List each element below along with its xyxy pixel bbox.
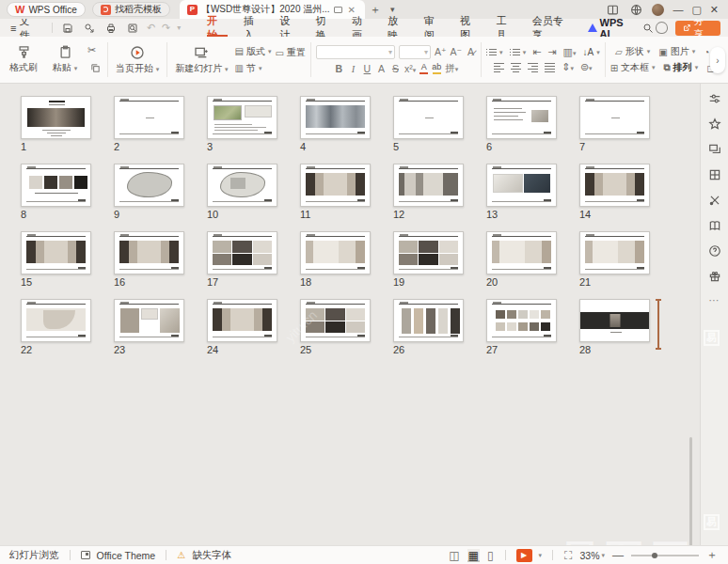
file-menu-button[interactable]: ≡ 文件 [0, 19, 48, 37]
slide-thumbnail-18[interactable] [300, 231, 371, 274]
undo-icon[interactable]: ↶ [147, 22, 155, 34]
wps-home-button[interactable]: W WPS Office [7, 2, 86, 17]
print-icon[interactable] [103, 21, 119, 36]
decrease-font-icon[interactable]: A⁻ [451, 46, 463, 57]
paste-button[interactable]: 粘贴 ▾ [46, 39, 84, 81]
layout-button[interactable]: ▤版式▾ [235, 45, 272, 58]
ribbon-expand-chevron-icon[interactable]: › [710, 47, 725, 73]
activity-gift-icon[interactable] [707, 269, 722, 284]
slideshow-play-button[interactable]: ▶ [516, 549, 532, 562]
user-avatar[interactable] [652, 4, 664, 16]
slide-thumbnail-15[interactable] [21, 231, 91, 274]
justify-icon[interactable] [545, 63, 555, 72]
slide-thumbnail-4[interactable] [300, 96, 371, 139]
slide-thumbnail-14[interactable] [579, 164, 650, 207]
zoom-in-icon[interactable]: ＋ [705, 547, 719, 563]
align-right-icon[interactable] [528, 63, 538, 72]
font-color-button[interactable]: A [419, 63, 428, 74]
menu-tab-放映[interactable]: 放映 [380, 19, 415, 37]
italic-button[interactable]: I [348, 63, 358, 74]
reset-button[interactable]: ▭重置 [276, 46, 306, 59]
slide-thumbnail-11[interactable] [300, 164, 371, 207]
split-view-icon[interactable] [605, 2, 620, 17]
phonetic-guide-button[interactable]: 拼▾ [445, 62, 458, 75]
export-pdf-icon[interactable] [82, 21, 97, 36]
highlight-color-button[interactable]: ab [432, 63, 441, 74]
increase-font-icon[interactable]: A⁺ [435, 46, 447, 57]
vertical-scrollbar[interactable] [689, 437, 692, 545]
menu-tab-切换[interactable]: 切换 [309, 19, 343, 37]
slide-thumbnail-7[interactable] [579, 96, 650, 139]
globe-icon[interactable] [628, 2, 643, 17]
slide-thumbnail-1[interactable] [21, 96, 91, 139]
zoom-level[interactable]: 33%▾ [579, 550, 605, 561]
print-preview-icon[interactable] [125, 21, 140, 36]
missing-fonts-label[interactable]: 缺失字体 [192, 549, 231, 562]
font-name-combo[interactable]: ▾ [316, 45, 395, 59]
menu-tab-工具[interactable]: 工具 [488, 19, 523, 37]
menu-tab-视图[interactable]: 视图 [452, 19, 487, 37]
align-center-icon[interactable] [511, 63, 521, 72]
clear-format-icon[interactable]: A̷ [466, 46, 476, 57]
sidebar-more-icon[interactable]: ⋯ [709, 294, 720, 306]
slide-thumbnail-19[interactable] [393, 231, 464, 274]
format-painter-button[interactable]: 格式刷 [5, 39, 42, 81]
arrange-button[interactable]: ⧉排列▾ [664, 61, 699, 74]
vertical-align-icon[interactable]: ⊜▾ [580, 61, 593, 73]
slide-thumbnail-27[interactable] [486, 299, 557, 342]
slide-thumbnail-10[interactable] [207, 164, 277, 207]
numbered-list-button[interactable]: ▾ [510, 49, 527, 56]
share-button[interactable]: 分享 [675, 21, 720, 36]
slide-thumbnail-26[interactable] [393, 299, 464, 342]
template-tab[interactable]: 找稻壳模板 [92, 2, 170, 17]
zoom-slider[interactable] [631, 555, 699, 556]
menu-tab-会员专享[interactable]: 会员专享 [525, 19, 580, 37]
minimize-button[interactable]: — [673, 4, 683, 15]
slide-thumbnail-8[interactable] [21, 164, 91, 207]
underline-button[interactable]: U [362, 63, 372, 74]
new-slide-button[interactable]: 新建幻灯片 ▾ [172, 39, 230, 81]
maximize-button[interactable]: ▢ [691, 4, 701, 16]
start-slideshow-button[interactable]: 当页开始 ▾ [113, 39, 162, 81]
notes-book-icon[interactable] [707, 218, 722, 233]
slide-sorter-canvas[interactable]: 1234567891011121314151617181920212223242… [0, 84, 700, 545]
menu-tab-动画[interactable]: 动画 [344, 19, 379, 37]
font-size-combo[interactable]: ▾ [399, 45, 431, 59]
save-icon[interactable] [60, 21, 75, 36]
slide-thumbnail-3[interactable] [207, 96, 277, 139]
star-favorites-icon[interactable] [707, 117, 722, 132]
fit-slide-icon[interactable]: ⛶ [563, 549, 573, 562]
align-left-icon[interactable] [494, 63, 504, 72]
slide-thumbnail-5[interactable] [393, 96, 464, 139]
reading-view-icon[interactable]: ▯ [486, 549, 495, 562]
redo-icon[interactable]: ↷ [162, 22, 170, 34]
slide-thumbnail-13[interactable] [486, 164, 557, 207]
slide-thumbnail-28[interactable] [579, 299, 650, 342]
menu-tab-设计[interactable]: 设计 [272, 19, 307, 37]
search-icon[interactable] [641, 21, 656, 36]
bullet-list-button[interactable]: ▾ [486, 49, 503, 56]
slide-thumbnail-6[interactable] [486, 96, 557, 139]
slide-thumbnail-23[interactable] [114, 299, 184, 342]
tab-list-chevron-icon[interactable]: ▾ [386, 5, 400, 14]
text-box-button[interactable]: ⊞文本框▾ [610, 61, 656, 74]
text-direction-button[interactable]: ↓A▾ [583, 47, 600, 57]
copy-icon[interactable] [87, 60, 103, 75]
slide-thumbnail-12[interactable] [393, 164, 464, 207]
slide-thumbnail-16[interactable] [114, 231, 184, 274]
increase-indent-icon[interactable]: ⇥ [547, 46, 556, 58]
slide-thumbnail-24[interactable] [207, 299, 277, 342]
slide-thumbnail-20[interactable] [486, 231, 557, 274]
section-button[interactable]: ▥节▾ [235, 62, 272, 75]
slide-thumbnail-9[interactable] [114, 164, 184, 207]
slide-thumbnail-25[interactable] [300, 299, 371, 342]
superscript-button[interactable]: x²▾ [404, 63, 416, 74]
theme-name[interactable]: Office Theme [97, 550, 156, 561]
normal-view-icon[interactable]: ◫ [448, 549, 460, 562]
decrease-indent-icon[interactable]: ⇤ [532, 46, 541, 58]
play-options-chevron-icon[interactable]: ▾ [539, 552, 543, 559]
slide-thumbnail-17[interactable] [207, 231, 277, 274]
help-icon[interactable] [707, 243, 722, 258]
cut-scissors-icon[interactable]: ✂ [87, 44, 103, 56]
zoom-out-icon[interactable]: — [611, 549, 625, 562]
